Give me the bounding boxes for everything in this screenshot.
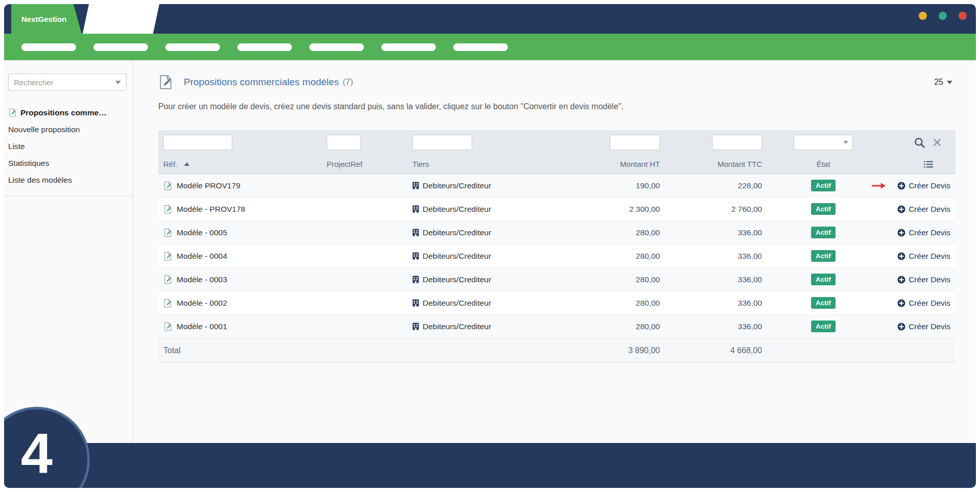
building-icon — [412, 299, 419, 307]
page-size-select[interactable]: 25 — [931, 76, 955, 89]
building-icon — [412, 182, 419, 189]
montant-ht-cell: 190,00 — [566, 181, 660, 190]
create-devis-link[interactable]: Créer Devis — [909, 275, 950, 284]
tiers-link[interactable]: Debiteurs/Crediteur — [423, 181, 491, 190]
create-devis-link[interactable]: Créer Devis — [909, 322, 950, 331]
sidebar-item-statistiques[interactable]: Statistiques — [8, 155, 125, 171]
create-devis-link[interactable]: Créer Devis — [909, 252, 950, 261]
building-icon — [412, 205, 419, 213]
filter-montant-ht-input[interactable] — [610, 135, 660, 150]
building-icon — [412, 252, 419, 260]
ref-link[interactable]: Modèle - PROV178 — [177, 205, 245, 214]
montant-ht-cell: 280,00 — [566, 322, 660, 331]
menu-item-pill-4[interactable] — [237, 43, 292, 51]
col-header-montant-ttc[interactable]: Montant TTC — [660, 160, 762, 168]
col-header-etat[interactable]: État — [762, 160, 885, 168]
plus-circle-icon[interactable] — [897, 182, 905, 190]
col-header-tiers[interactable]: Tiers — [412, 160, 566, 168]
status-badge: Actif — [811, 180, 836, 191]
filter-etat-select[interactable] — [794, 135, 853, 150]
document-edit-icon — [163, 275, 173, 284]
ref-link[interactable]: Modèle - 0005 — [177, 228, 227, 237]
search-placeholder: Rechercher — [14, 78, 54, 87]
tiers-link[interactable]: Debiteurs/Crediteur — [423, 322, 491, 331]
menu-item-pill-3[interactable] — [165, 43, 220, 51]
document-edit-icon — [163, 228, 173, 237]
status-badge: Actif — [811, 297, 836, 309]
document-edit-icon — [163, 322, 173, 331]
tiers-link[interactable]: Debiteurs/Crediteur — [423, 228, 491, 237]
create-devis-link[interactable]: Créer Devis — [909, 205, 950, 214]
ref-link[interactable]: Modèle - 0003 — [177, 275, 227, 284]
clear-filters-button[interactable] — [933, 138, 941, 146]
tiers-link[interactable]: Debiteurs/Crediteur — [423, 299, 491, 308]
tiers-link[interactable]: Debiteurs/Crediteur — [423, 252, 491, 261]
montant-ttc-cell: 336,00 — [660, 299, 762, 308]
menu-item-pill-7[interactable] — [453, 43, 508, 51]
montant-ttc-cell: 336,00 — [660, 252, 762, 261]
plus-circle-icon[interactable] — [897, 299, 905, 307]
document-edit-icon — [163, 252, 173, 261]
create-devis-link[interactable]: Créer Devis — [909, 299, 950, 308]
ref-link[interactable]: Modèle PROV179 — [177, 181, 240, 190]
col-header-montant-ht[interactable]: Montant HT — [566, 160, 660, 168]
table-header-row: Réf. ProjectRef Tiers Montant HT Montant… — [158, 155, 955, 174]
chevron-down-icon[interactable] — [115, 81, 121, 84]
sidebar-menu: Propositions comme… Nouvelle proposition… — [4, 104, 133, 196]
total-montant-ht: 3 890,00 — [566, 346, 660, 355]
page-title-row: Propositions commerciales modèles (7) 25 — [158, 75, 955, 90]
traffic-light-red[interactable] — [959, 12, 967, 20]
status-badge: Actif — [811, 227, 836, 238]
menu-item-pill-1[interactable] — [21, 43, 76, 51]
app-tab-nextgestion[interactable]: NextGestion — [11, 4, 82, 34]
plus-circle-icon[interactable] — [897, 276, 905, 284]
sidebar-item-propositions-commerciales[interactable]: Propositions comme… — [8, 104, 125, 121]
building-icon — [412, 323, 419, 330]
plus-circle-icon[interactable] — [897, 252, 905, 260]
ref-link[interactable]: Modèle - 0001 — [177, 322, 227, 331]
total-montant-ttc: 4 668,00 — [660, 346, 762, 355]
page-title: Propositions commerciales modèles — [184, 77, 339, 88]
brand-label: NextGestion — [21, 15, 66, 23]
montant-ttc-cell: 336,00 — [660, 322, 762, 331]
sort-asc-icon — [184, 162, 189, 166]
col-header-ref[interactable]: Réf. — [158, 160, 327, 168]
search-button[interactable] — [914, 137, 925, 148]
menu-item-pill-6[interactable] — [381, 43, 436, 51]
sidebar-search-combobox[interactable]: Rechercher — [8, 73, 127, 91]
window-controls — [919, 12, 967, 20]
annotation-arrow-icon — [872, 182, 886, 189]
traffic-light-teal[interactable] — [939, 12, 947, 20]
sidebar-item-label: Statistiques — [8, 159, 49, 168]
sidebar-item-liste[interactable]: Liste — [8, 138, 125, 155]
document-edit-icon — [163, 205, 173, 214]
column-selector-button[interactable] — [924, 161, 933, 168]
table-row: Modèle - 0005 Debiteurs/Crediteur 280,00… — [158, 221, 955, 244]
tiers-link[interactable]: Debiteurs/Crediteur — [423, 205, 491, 214]
filter-projectref-input[interactable] — [327, 135, 361, 150]
create-devis-link[interactable]: Créer Devis — [909, 228, 950, 237]
sidebar-item-liste-des-modeles[interactable]: Liste des modèles — [8, 171, 125, 188]
montant-ttc-cell: 2 760,00 — [660, 205, 762, 214]
filter-montant-ttc-input[interactable] — [712, 135, 762, 150]
ref-link[interactable]: Modèle - 0004 — [177, 252, 227, 261]
document-edit-icon — [163, 181, 173, 190]
tiers-link[interactable]: Debiteurs/Crediteur — [423, 275, 491, 284]
plus-circle-icon[interactable] — [897, 323, 905, 331]
montant-ttc-cell: 336,00 — [660, 275, 762, 284]
menu-item-pill-2[interactable] — [93, 43, 148, 51]
sidebar-item-label: Liste des modèles — [8, 176, 72, 185]
montant-ht-cell: 280,00 — [566, 275, 660, 284]
col-header-projectref[interactable]: ProjectRef — [327, 160, 412, 168]
traffic-light-yellow[interactable] — [919, 12, 927, 20]
browser-tab-blank[interactable] — [83, 4, 159, 34]
filter-ref-input[interactable] — [163, 135, 232, 150]
menu-item-pill-5[interactable] — [309, 43, 364, 51]
plus-circle-icon[interactable] — [897, 229, 905, 237]
create-devis-link[interactable]: Créer Devis — [909, 181, 950, 190]
plus-circle-icon[interactable] — [897, 205, 905, 213]
ref-link[interactable]: Modèle - 0002 — [177, 299, 227, 308]
document-edit-icon — [163, 299, 173, 308]
filter-tiers-input[interactable] — [412, 135, 472, 150]
sidebar-item-nouvelle-proposition[interactable]: Nouvelle proposition — [8, 121, 125, 138]
